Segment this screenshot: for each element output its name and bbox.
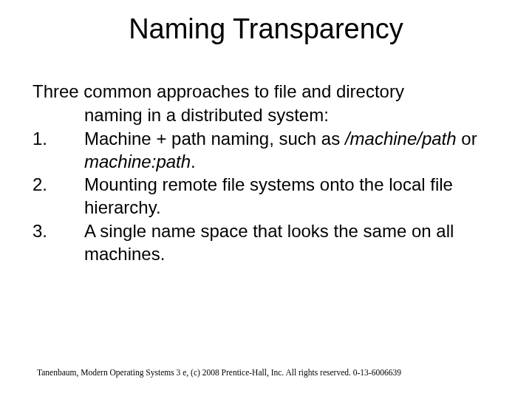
list-text: A single name space that looks the same …	[84, 220, 502, 265]
italic-path: machine:path	[84, 151, 191, 171]
italic-path: /machine/path	[345, 129, 457, 149]
text-segment: or	[457, 129, 477, 149]
intro-line2: naming in a distributed system:	[30, 104, 502, 126]
slide-container: Naming Transparency Three common approac…	[0, 0, 532, 399]
list-item: 1. Machine + path naming, such as /machi…	[33, 128, 502, 173]
list-number: 1.	[33, 128, 84, 173]
list-text: Machine + path naming, such as /machine/…	[84, 128, 502, 173]
list-text: Mounting remote file systems onto the lo…	[84, 174, 502, 219]
slide-title: Naming Transparency	[30, 13, 502, 45]
text-segment: Machine + path naming, such as	[84, 129, 345, 149]
numbered-list: 1. Machine + path naming, such as /machi…	[30, 128, 502, 265]
list-item: 2. Mounting remote file systems onto the…	[33, 174, 502, 219]
footer-citation: Tanenbaum, Modern Operating Systems 3 e,…	[37, 368, 401, 377]
list-number: 2.	[33, 174, 84, 219]
list-number: 3.	[33, 220, 84, 265]
text-segment: .	[191, 151, 196, 171]
list-item: 3. A single name space that looks the sa…	[33, 220, 502, 265]
intro-line1: Three common approaches to file and dire…	[30, 81, 502, 103]
